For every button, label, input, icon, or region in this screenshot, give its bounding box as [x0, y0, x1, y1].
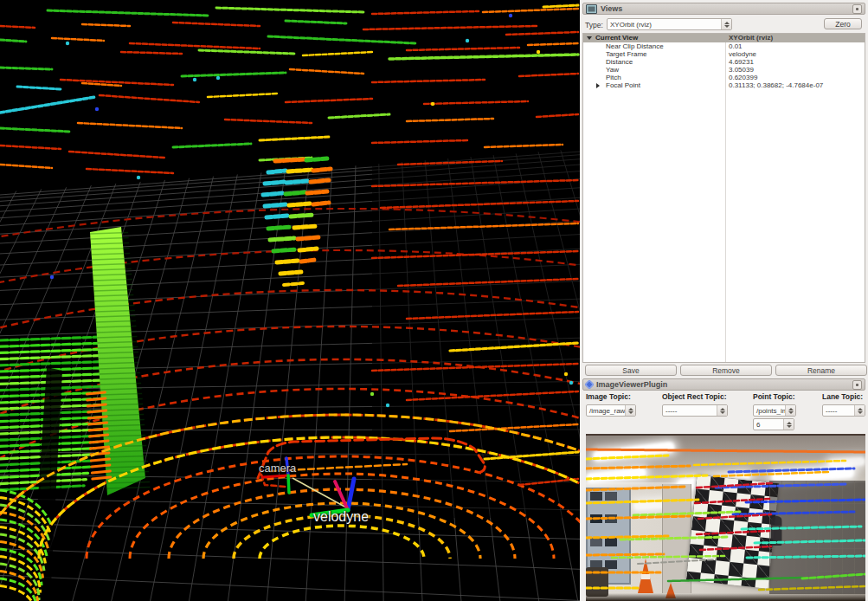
- expand-closed-icon[interactable]: [596, 83, 600, 88]
- tree-row-distance[interactable]: Distance 4.69231: [583, 58, 865, 66]
- views-panel-close-icon[interactable]: [852, 4, 862, 14]
- camera-image-view[interactable]: [586, 434, 865, 601]
- image-viewer-titlebar[interactable]: ImageViewerPlugin: [582, 378, 865, 391]
- views-panel-titlebar[interactable]: Views: [582, 3, 865, 15]
- spinbox-arrows-icon[interactable]: [783, 419, 794, 430]
- expand-open-icon[interactable]: [587, 36, 592, 40]
- combobox-spinner-icon[interactable]: [717, 405, 727, 416]
- tree-row-name: Target Frame: [606, 50, 647, 58]
- tree-row-name: Yaw: [606, 66, 619, 74]
- tree-row-value[interactable]: 0.01: [729, 42, 743, 50]
- combobox-spinner-icon[interactable]: [625, 405, 635, 416]
- zero-button[interactable]: Zero: [824, 18, 862, 29]
- point-size-spinbox[interactable]: 6: [753, 418, 794, 430]
- tree-row-target-frame[interactable]: Target Frame velodyne: [583, 50, 865, 58]
- image-viewer-icon: [584, 379, 594, 389]
- object-rect-topic-combobox[interactable]: -----: [662, 404, 728, 417]
- views-panel-title: Views: [601, 4, 852, 13]
- point-topic-combobox[interactable]: /points_ima: [753, 404, 796, 417]
- view-type-row: Type: XYOrbit (rviz) Zero: [582, 18, 865, 31]
- image-topic-combobox[interactable]: /image_raw: [586, 404, 636, 417]
- lane-topic-value: -----: [823, 407, 854, 415]
- views-panel-icon: [586, 4, 597, 14]
- combobox-spinner-icon[interactable]: [721, 19, 731, 29]
- image-viewer-close-icon[interactable]: [852, 380, 862, 390]
- views-property-tree: Current View XYOrbit (rviz) Near Clip Di…: [582, 33, 865, 363]
- tree-row-value[interactable]: 4.69231: [729, 58, 754, 66]
- lane-topic-label: Lane Topic:: [822, 392, 863, 401]
- rename-button[interactable]: Rename: [775, 365, 867, 376]
- tree-row-value[interactable]: 0.31133; 0.38682; -4.7684e-07: [729, 81, 823, 89]
- view-type-value: XYOrbit (rviz): [608, 21, 721, 29]
- tree-row-name: Focal Point: [606, 81, 640, 89]
- tree-row-name: Distance: [606, 58, 633, 66]
- 3d-viewport[interactable]: camera velodyne: [0, 0, 580, 601]
- tree-row-current-view[interactable]: Current View XYOrbit (rviz): [583, 34, 865, 42]
- lane-topic-combobox[interactable]: -----: [822, 404, 865, 417]
- tree-row-near-clip[interactable]: Near Clip Distance 0.01: [583, 42, 865, 50]
- tree-row-value[interactable]: 3.05039: [729, 66, 754, 74]
- view-type-label: Type:: [585, 21, 603, 29]
- object-rect-topic-value: -----: [663, 407, 717, 415]
- image-topic-value: /image_raw: [587, 407, 625, 415]
- lidar-overlay-svg: [586, 436, 865, 601]
- object-rect-topic-label: Object Rect Topic:: [662, 392, 726, 401]
- tree-row-pitch[interactable]: Pitch 0.620399: [583, 74, 865, 81]
- point-topic-value: /points_ima: [754, 407, 785, 415]
- tree-row-name: Current View: [595, 34, 638, 42]
- image-viewer-title: ImageViewerPlugin: [596, 380, 852, 389]
- image-topic-label: Image Topic:: [586, 392, 631, 401]
- tree-row-name: Pitch: [606, 74, 621, 81]
- tree-row-focal-point[interactable]: Focal Point 0.31133; 0.38682; -4.7684e-0…: [583, 81, 865, 89]
- combobox-spinner-icon[interactable]: [785, 405, 795, 416]
- save-button[interactable]: Save: [585, 365, 677, 376]
- rviz-window: camera velodyne Views Type: XYOrbit (rvi…: [0, 0, 868, 601]
- tree-row-name: Near Clip Distance: [606, 42, 664, 50]
- point-size-value: 6: [754, 421, 783, 429]
- view-type-combobox[interactable]: XYOrbit (rviz): [607, 18, 732, 30]
- tree-row-value[interactable]: velodyne: [729, 50, 756, 58]
- pointcloud-svg: [0, 0, 580, 601]
- remove-button[interactable]: Remove: [680, 365, 772, 376]
- tree-row-yaw[interactable]: Yaw 3.05039: [583, 66, 865, 74]
- tree-row-value[interactable]: 0.620399: [729, 74, 757, 81]
- combobox-spinner-icon[interactable]: [854, 405, 865, 416]
- right-panel: Views Type: XYOrbit (rviz) Zero Current …: [580, 0, 868, 601]
- point-topic-label: Point Topic:: [753, 392, 794, 401]
- tree-row-value: XYOrbit (rviz): [729, 34, 773, 42]
